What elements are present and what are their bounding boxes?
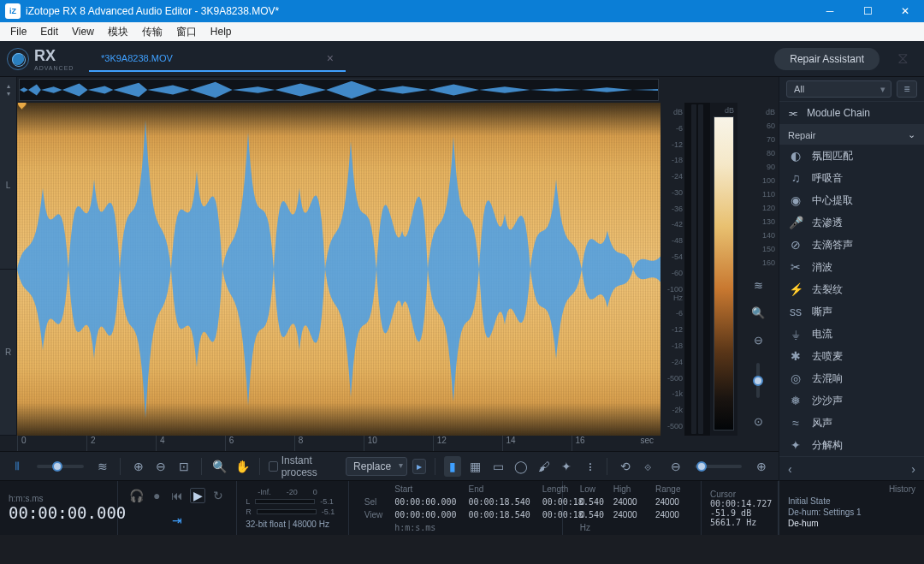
- module-item[interactable]: ≈风声: [779, 412, 924, 434]
- list-view-icon[interactable]: ≡: [897, 80, 917, 98]
- spectrogram-view[interactable]: [17, 103, 660, 436]
- hzoom-slider[interactable]: [695, 465, 742, 468]
- zoom-up-icon[interactable]: ▴: [7, 82, 10, 90]
- module-chain-button[interactable]: ⫘ Module Chain: [779, 101, 924, 125]
- module-label: 呼吸音: [812, 171, 843, 186]
- record-button[interactable]: ●: [149, 488, 164, 503]
- close-tab-icon[interactable]: ×: [327, 51, 334, 65]
- module-icon: ⊘: [788, 238, 803, 252]
- next-page-icon[interactable]: ›: [911, 462, 915, 476]
- module-category[interactable]: Repair ⌄: [779, 125, 924, 145]
- headphones-icon[interactable]: 🎧: [128, 488, 144, 503]
- module-item[interactable]: 🎤去渗透: [779, 211, 924, 234]
- module-label: 氛围匹配: [812, 149, 853, 163]
- window-maximize-button[interactable]: ☐: [849, 0, 886, 22]
- hzoom-in-icon[interactable]: ⊕: [752, 456, 770, 477]
- freq-select-tool-icon[interactable]: ▭: [489, 456, 507, 477]
- module-item[interactable]: ⚡去裂纹: [779, 278, 924, 300]
- zoom-tool-icon[interactable]: 🔍: [210, 456, 228, 477]
- zoom-in-icon[interactable]: ⊕: [129, 456, 147, 477]
- module-icon: ✂: [788, 260, 803, 274]
- module-item[interactable]: ⏚电流: [779, 323, 924, 345]
- module-item[interactable]: ◉中心提取: [779, 189, 924, 211]
- zoom-out-icon[interactable]: ⊖: [749, 330, 767, 349]
- helix-icon[interactable]: ⧖: [890, 46, 915, 72]
- overview-strip: ▴ ▾: [0, 77, 779, 103]
- module-icon: ♫: [788, 171, 803, 185]
- brand-subtext: ADVANCED: [34, 65, 74, 71]
- zoom-in-icon[interactable]: 🔍: [749, 303, 767, 322]
- region-tool-icon[interactable]: ⟐: [639, 456, 657, 477]
- file-tab[interactable]: *3K9A8238.MOV ×: [89, 46, 346, 72]
- brand-logo: RX ADVANCED: [0, 41, 79, 77]
- freq-info: LowHighRange 02400024000 02400024000 Hz: [563, 481, 702, 535]
- module-item[interactable]: ⊘去滴答声: [779, 234, 924, 256]
- module-filter-dropdown[interactable]: All: [786, 80, 891, 98]
- waveform-opacity-slider[interactable]: [37, 465, 84, 468]
- process-mode-dropdown[interactable]: Replace: [346, 457, 407, 476]
- amplitude-view-icon[interactable]: ⫴: [9, 456, 27, 477]
- overview-waveform[interactable]: [19, 79, 659, 101]
- zoom-out-icon[interactable]: ⊖: [152, 456, 170, 477]
- follow-playhead-button[interactable]: ⇥: [169, 513, 185, 528]
- menu-modules[interactable]: 模块: [101, 23, 135, 41]
- timecode-format-label[interactable]: h:m:s.ms: [9, 494, 109, 503]
- loop-button[interactable]: ↻: [210, 488, 226, 503]
- module-item[interactable]: ♫呼吸音: [779, 167, 924, 189]
- lasso-tool-icon[interactable]: ◯: [512, 456, 530, 477]
- history-title: History: [788, 484, 915, 494]
- window-close-button[interactable]: ✕: [886, 0, 924, 22]
- waveform-view-icon[interactable]: ≋: [749, 276, 767, 294]
- slider-thumb-icon[interactable]: [753, 376, 763, 386]
- module-label: 中心提取: [812, 193, 853, 208]
- hzoom-out-icon[interactable]: ⊖: [667, 456, 685, 477]
- checkbox-icon[interactable]: [269, 461, 278, 472]
- module-panel: All ≡ ⫘ Module Chain Repair ⌄ ◐氛围匹配♫呼吸音◉…: [779, 77, 924, 480]
- process-go-button[interactable]: ▸: [412, 459, 426, 474]
- module-item[interactable]: ✱去喷麦: [779, 345, 924, 367]
- instant-process-checkbox[interactable]: Instant process: [269, 454, 341, 478]
- menu-transport[interactable]: 传输: [135, 23, 169, 41]
- module-item[interactable]: ✂消波: [779, 256, 924, 278]
- channel-right-label: R: [0, 270, 16, 436]
- repair-assistant-button[interactable]: Repair Assistant: [774, 48, 880, 70]
- menu-help[interactable]: Help: [204, 24, 239, 39]
- vertical-zoom-buttons[interactable]: ▴ ▾: [0, 77, 17, 103]
- zoom-selection-icon[interactable]: ⊡: [175, 456, 193, 477]
- module-item[interactable]: ◎去混响: [779, 367, 924, 389]
- history-item[interactable]: De-hum: [788, 518, 915, 529]
- module-label: 沙沙声: [812, 394, 843, 408]
- deselect-icon[interactable]: ⟲: [616, 456, 634, 477]
- rewind-button[interactable]: ⏮: [169, 488, 185, 503]
- module-item[interactable]: ✦分解构: [779, 434, 924, 456]
- wand-tool-icon[interactable]: ✦: [558, 456, 576, 477]
- module-label: 去喷麦: [812, 349, 843, 364]
- timecode-display[interactable]: 00:00:00.000: [9, 503, 109, 522]
- time-select-tool-icon[interactable]: ▮: [444, 456, 462, 477]
- brightness-slider[interactable]: [756, 363, 760, 398]
- timefreq-select-tool-icon[interactable]: ▦: [466, 456, 484, 477]
- brush-tool-icon[interactable]: 🖌: [535, 456, 553, 477]
- zoom-down-icon[interactable]: ▾: [7, 90, 10, 98]
- module-item[interactable]: ◐氛围匹配: [779, 145, 924, 167]
- module-item[interactable]: ❅沙沙声: [779, 389, 924, 412]
- play-button[interactable]: ▶: [190, 488, 205, 503]
- module-icon: ✱: [788, 349, 803, 363]
- history-item[interactable]: De-hum: Settings 1: [788, 507, 915, 518]
- prev-page-icon[interactable]: ‹: [788, 462, 792, 476]
- window-minimize-button[interactable]: ─: [811, 0, 849, 22]
- channel-left-label: L: [0, 103, 16, 270]
- time-ruler[interactable]: 0246810121416sec: [0, 436, 779, 451]
- history-item[interactable]: Initial State: [788, 496, 915, 507]
- selection-info: StartEndLength Sel00:00:00.00000:00:18.5…: [349, 481, 563, 535]
- menu-edit[interactable]: Edit: [33, 24, 65, 39]
- module-label: 去裂纹: [812, 282, 843, 297]
- zoom-fit-icon[interactable]: ⊙: [749, 412, 767, 430]
- spectrogram-view-icon[interactable]: ≋: [94, 456, 112, 477]
- grab-tool-icon[interactable]: ✋: [234, 456, 252, 477]
- module-item[interactable]: ss嘶声: [779, 300, 924, 323]
- menu-file[interactable]: File: [3, 24, 33, 39]
- menu-window[interactable]: 窗口: [169, 23, 204, 41]
- harmonic-select-icon[interactable]: ⫶: [581, 456, 599, 477]
- menu-view[interactable]: View: [65, 24, 101, 39]
